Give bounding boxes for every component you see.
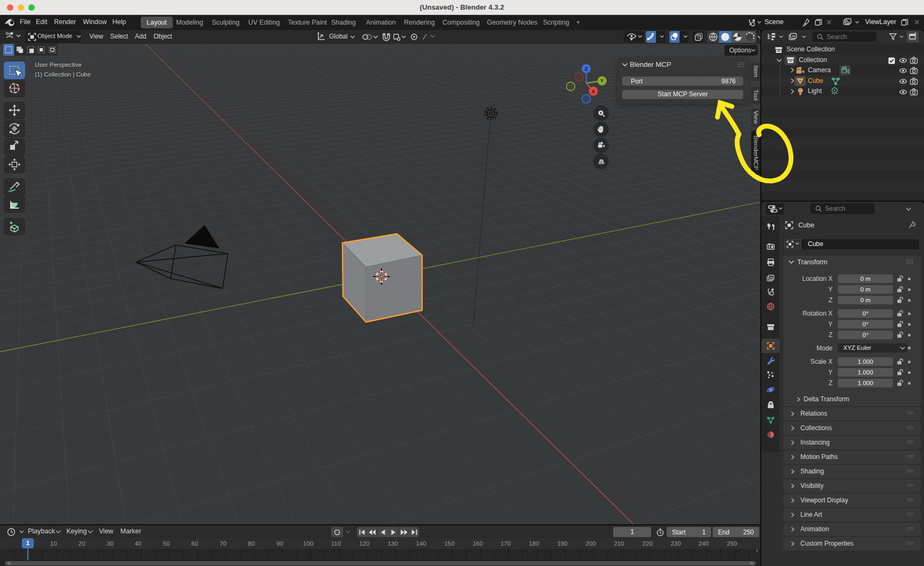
svg-text:Y: Y xyxy=(600,78,604,83)
svg-text:Z: Z xyxy=(585,66,588,72)
svg-text:X: X xyxy=(592,88,595,94)
